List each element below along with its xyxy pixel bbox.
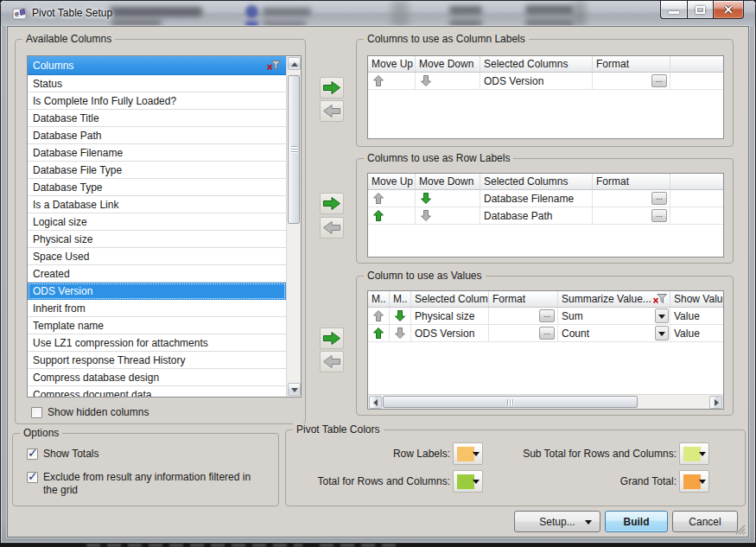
table-row[interactable]: Physical size ... Sum Value [368, 308, 723, 325]
move-up-arrow-disabled[interactable] [373, 75, 384, 86]
svg-text:e: e [15, 10, 19, 18]
cell-blank [670, 73, 723, 90]
exclude-filtered-checkbox-row[interactable]: Exclude from result any information filt… [27, 471, 267, 497]
window-titlebar[interactable]: e Pivot Table Setup [1, 1, 755, 26]
format-ellipsis-button[interactable]: ... [539, 309, 555, 322]
list-item[interactable]: Database Type [28, 179, 286, 196]
show-hidden-columns-checkbox-row[interactable]: Show hidden columns [31, 406, 149, 418]
format-ellipsis-button[interactable]: ... [651, 74, 667, 87]
close-button[interactable] [714, 1, 744, 19]
green-right-arrow-icon [323, 332, 340, 345]
glass-blur-artifact [111, 20, 162, 26]
scroll-right-button[interactable] [709, 396, 722, 409]
scroll-left-icon [373, 399, 378, 406]
header-selected-columns: Selected Columns [411, 291, 489, 307]
scrollbar-thumb[interactable] [383, 396, 638, 408]
scrollbar-thumb[interactable] [288, 75, 300, 224]
columns-list-header[interactable]: Columns [28, 56, 286, 75]
move-up-arrow-enabled[interactable] [373, 210, 384, 221]
remove-from-values-button[interactable] [320, 351, 344, 372]
cell-summarize[interactable]: Sum [558, 308, 670, 325]
pivot-colors-group: Pivot Table Colors Row Labels: Sub Total… [285, 429, 746, 506]
total-color-button[interactable] [453, 470, 483, 493]
list-item[interactable]: Database File Type [28, 162, 286, 179]
list-item[interactable]: Physical size [28, 231, 286, 248]
move-down-arrow-disabled[interactable] [421, 210, 431, 221]
resize-grip[interactable] [733, 522, 746, 535]
green-right-arrow-icon [323, 197, 340, 210]
maximize-button[interactable] [687, 1, 714, 19]
maximize-icon [696, 6, 705, 14]
cancel-button[interactable]: Cancel [672, 511, 738, 532]
move-up-arrow-enabled[interactable] [373, 328, 384, 339]
app-icon[interactable]: e [12, 6, 28, 22]
list-item[interactable]: Database Path [28, 127, 286, 144]
list-item[interactable]: Compress database design [28, 369, 286, 386]
add-to-column-labels-button[interactable] [320, 77, 344, 99]
row-labels-color-button[interactable] [453, 442, 483, 465]
list-item[interactable]: Support response Thread History [28, 352, 286, 369]
show-hidden-columns-checkbox[interactable] [31, 407, 42, 418]
values-horizontal-scrollbar[interactable] [368, 394, 723, 409]
grand-total-color-button[interactable] [679, 470, 709, 493]
row-labels-color-label: Row Labels: [295, 448, 450, 460]
move-up-arrow-disabled[interactable] [373, 193, 384, 204]
list-item[interactable]: Inherit from [28, 300, 286, 317]
list-item[interactable]: Database Filename [28, 144, 286, 162]
list-item[interactable]: Status [28, 75, 286, 92]
desktop-background: e Pivot Table Setup [0, 0, 756, 547]
available-columns-group-label: Available Columns [22, 33, 115, 45]
format-ellipsis-button[interactable]: ... [539, 327, 555, 340]
glass-blur-artifact [449, 6, 482, 15]
list-vertical-scrollbar[interactable] [286, 56, 301, 397]
list-item[interactable]: Is a Database Link [28, 196, 286, 213]
filter-cancel-icon[interactable] [652, 294, 667, 304]
table-row[interactable]: Database Path ... [368, 207, 723, 225]
format-ellipsis-button[interactable]: ... [651, 209, 667, 222]
scroll-down-button[interactable] [288, 383, 301, 396]
show-totals-checkbox-row[interactable]: Show Totals [27, 448, 98, 460]
setup-dropdown-icon[interactable] [585, 520, 592, 528]
list-item[interactable]: Logical size [28, 213, 286, 231]
list-item[interactable]: Space Used [28, 248, 286, 265]
move-up-arrow-disabled[interactable] [373, 310, 384, 321]
add-to-row-labels-button[interactable] [320, 193, 344, 214]
remove-from-column-labels-button[interactable] [320, 100, 344, 122]
summarize-dropdown-button[interactable] [655, 308, 669, 323]
add-to-values-button[interactable] [320, 328, 344, 349]
list-item-selected[interactable]: ODS Version [28, 283, 286, 300]
format-ellipsis-button[interactable]: ... [651, 192, 667, 205]
table-row[interactable]: ODS Version ... Count Value [368, 325, 723, 342]
move-down-arrow-enabled[interactable] [421, 193, 431, 204]
header-show-value: Show Value [670, 291, 723, 307]
filter-cancel-icon[interactable] [266, 60, 281, 71]
build-button[interactable]: Build [605, 511, 668, 532]
move-down-arrow-enabled[interactable] [395, 310, 405, 321]
row-labels-group-label: Columns to use as Row Labels [364, 152, 513, 164]
list-item[interactable]: Created [28, 265, 286, 283]
list-item[interactable]: Database Title [28, 110, 286, 127]
scroll-up-button[interactable] [288, 57, 301, 70]
background-window-text [86, 544, 302, 547]
table-row[interactable]: ODS Version ... [368, 73, 723, 90]
list-item[interactable]: Use LZ1 compression for attachments [28, 334, 286, 352]
list-item[interactable]: Compress document data [28, 386, 286, 397]
header-move-down: Move Down [416, 174, 480, 189]
gray-left-arrow-icon [323, 221, 340, 234]
remove-from-row-labels-button[interactable] [320, 217, 344, 239]
table-row[interactable]: Database Filename ... [368, 190, 723, 207]
summarize-dropdown-button[interactable] [655, 326, 669, 340]
move-down-arrow-disabled[interactable] [421, 75, 431, 86]
subtotal-color-button[interactable] [679, 442, 709, 465]
cell-selected-column: Database Filename [480, 190, 593, 207]
show-totals-checkbox[interactable] [27, 448, 38, 460]
setup-button[interactable]: Setup... [514, 511, 600, 532]
minimize-button[interactable] [660, 1, 687, 19]
exclude-filtered-checkbox[interactable] [27, 472, 38, 483]
minimize-icon [669, 11, 679, 14]
list-item[interactable]: Template name [28, 317, 286, 334]
move-down-arrow-disabled[interactable] [395, 328, 405, 339]
list-item[interactable]: Is Complete Info Fully Loaded? [28, 92, 286, 110]
scroll-left-button[interactable] [369, 396, 382, 409]
cell-summarize[interactable]: Count [558, 325, 670, 342]
